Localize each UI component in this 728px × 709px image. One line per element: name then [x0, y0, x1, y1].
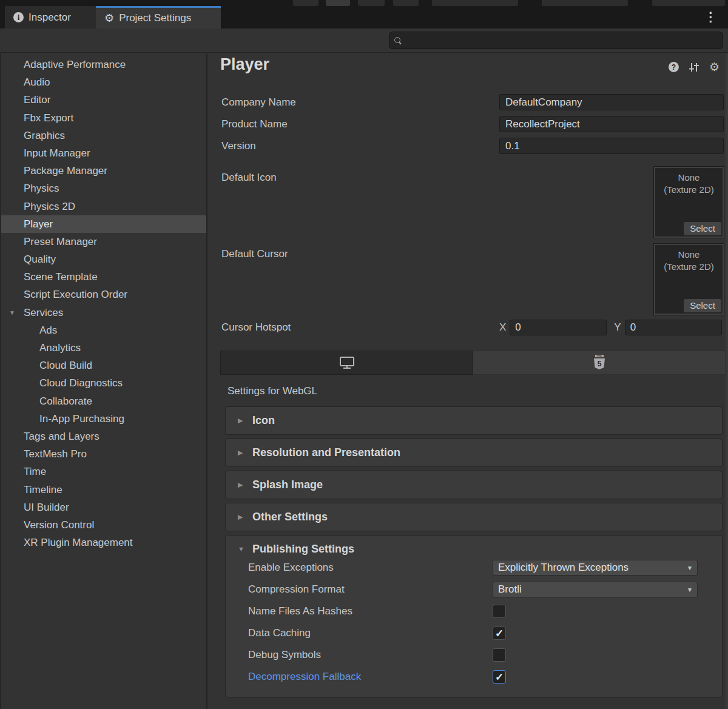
- sidebar-item-cloud-diagnostics[interactable]: Cloud Diagnostics: [1, 374, 206, 392]
- checkbox-decompression-fallback[interactable]: [493, 670, 506, 684]
- texture-type-label: (Texture 2D): [655, 184, 723, 196]
- publishing-settings-rows: Enable ExceptionsExplicitly Thrown Excep…: [226, 559, 722, 697]
- search-box[interactable]: [389, 32, 723, 49]
- tab-inspector[interactable]: i Inspector: [5, 6, 96, 29]
- settings-sidebar: Adaptive PerformanceAudioEditorFbx Expor…: [0, 53, 206, 709]
- sidebar-item-label: Timeline: [24, 484, 62, 496]
- section-title: Publishing Settings: [252, 543, 354, 556]
- section-header-resolution-and-presentation[interactable]: ▶Resolution and Presentation: [226, 439, 722, 466]
- cropped-toolbar-button: [652, 0, 725, 6]
- sidebar-item-label: Tags and Layers: [24, 431, 99, 442]
- sidebar-item-label: In-App Purchasing: [39, 413, 124, 425]
- select-texture-button[interactable]: Select: [684, 299, 721, 312]
- sidebar-item-scene-template[interactable]: Scene Template: [1, 268, 206, 286]
- sidebar-item-label: Analytics: [39, 342, 81, 354]
- sidebar-item-audio[interactable]: Audio: [1, 73, 206, 91]
- foldout-collapsed-icon: ▶: [238, 417, 252, 425]
- sidebar-item-preset-manager[interactable]: Preset Manager: [1, 233, 206, 250]
- platform-tab-webgl[interactable]: HTML 5: [473, 351, 726, 375]
- sidebar-item-input-manager[interactable]: Input Manager: [1, 144, 206, 162]
- gear-icon[interactable]: ⚙: [709, 61, 720, 73]
- section-title: Other Settings: [252, 511, 328, 523]
- sidebar-item-label: Package Manager: [24, 165, 107, 176]
- sidebar-item-services[interactable]: ▼Services: [1, 304, 206, 321]
- cursor-hotspot-label: Cursor Hotspot: [221, 321, 499, 334]
- sidebar-item-fbx-export[interactable]: Fbx Export: [1, 109, 206, 127]
- tab-project-settings[interactable]: ⚙ Project Settings: [96, 6, 221, 29]
- dropdown-enable-exceptions[interactable]: Explicitly Thrown Exceptions▼: [493, 560, 698, 576]
- svg-text:5: 5: [597, 360, 601, 368]
- sidebar-item-quality[interactable]: Quality: [1, 250, 206, 268]
- panel-header-icons: ? ⚙: [669, 61, 720, 73]
- field-input-company-name[interactable]: DefaultCompany: [499, 94, 724, 110]
- sidebar-item-editor[interactable]: Editor: [1, 91, 206, 109]
- default-cursor-texture-well[interactable]: None (Texture 2D) Select: [654, 244, 724, 315]
- sidebar-item-label: XR Plugin Management: [24, 537, 133, 548]
- help-icon[interactable]: ?: [669, 62, 679, 72]
- identity-fields: Company NameDefaultCompanyProduct NameRe…: [221, 94, 724, 160]
- monitor-icon: [339, 356, 356, 369]
- sidebar-item-label: Player: [24, 218, 53, 230]
- sidebar-item-label: Quality: [24, 254, 56, 265]
- sidebar-item-script-execution-order[interactable]: Script Execution Order: [1, 286, 206, 303]
- default-cursor-label: Default Cursor: [221, 248, 288, 260]
- sidebar-item-physics[interactable]: Physics: [1, 180, 206, 197]
- sidebar-item-ads[interactable]: Ads: [1, 321, 206, 339]
- checkbox-data-caching[interactable]: [493, 627, 506, 640]
- field-input-product-name[interactable]: RecollectProject: [499, 116, 724, 132]
- sidebar-item-graphics[interactable]: Graphics: [1, 127, 206, 144]
- sidebar-item-label: Version Control: [24, 519, 94, 531]
- section-header-icon[interactable]: ▶Icon: [226, 407, 722, 434]
- checkbox-name-files-as-hashes[interactable]: [493, 605, 506, 618]
- expander-icon[interactable]: ▼: [9, 304, 15, 321]
- hotspot-x-label: X: [499, 321, 506, 334]
- window-menu-kebab-icon[interactable]: ⋮: [704, 10, 717, 24]
- hotspot-y-field[interactable]: 0: [625, 320, 722, 335]
- section-header-publishing-settings[interactable]: ▼Publishing Settings: [226, 536, 722, 559]
- chevron-down-icon: ▼: [687, 583, 693, 597]
- setting-label: Data Caching: [226, 627, 493, 639]
- window-tab-bar: i Inspector ⚙ Project Settings ⋮: [0, 6, 728, 29]
- sidebar-item-tags-and-layers[interactable]: Tags and Layers: [1, 428, 206, 445]
- field-input-version[interactable]: 0.1: [499, 138, 724, 154]
- sidebar-item-xr-plugin-management[interactable]: XR Plugin Management: [1, 534, 206, 551]
- sidebar-item-version-control[interactable]: Version Control: [1, 516, 206, 534]
- player-settings-panel: Player ? ⚙ Company NameDefaultCompanyPro…: [207, 53, 728, 709]
- sidebar-item-timeline[interactable]: Timeline: [1, 481, 206, 499]
- sidebar-item-collaborate[interactable]: Collaborate: [1, 392, 206, 410]
- texture-none-label: None: [655, 249, 723, 261]
- field-row-product-name: Product NameRecollectProject: [221, 116, 724, 132]
- platform-tab-standalone[interactable]: [220, 351, 473, 375]
- select-texture-button[interactable]: Select: [684, 222, 721, 235]
- sidebar-item-physics-2d[interactable]: Physics 2D: [1, 198, 206, 215]
- vertical-scrollbar[interactable]: [726, 53, 728, 709]
- sidebar-item-adaptive-performance[interactable]: Adaptive Performance: [1, 56, 206, 73]
- hotspot-x-field[interactable]: 0: [510, 320, 607, 335]
- settings-toolbar: [0, 29, 728, 53]
- search-input[interactable]: [405, 35, 718, 45]
- sidebar-item-ui-builder[interactable]: UI Builder: [1, 499, 206, 516]
- sidebar-item-in-app-purchasing[interactable]: In-App Purchasing: [1, 410, 206, 428]
- sidebar-item-package-manager[interactable]: Package Manager: [1, 162, 206, 180]
- sidebar-item-textmesh-pro[interactable]: TextMesh Pro: [1, 445, 206, 463]
- settings-sections: ▶Icon▶Resolution and Presentation▶Splash…: [225, 406, 723, 701]
- cropped-toolbar-button: [542, 0, 628, 6]
- settings-category-list: Adaptive PerformanceAudioEditorFbx Expor…: [1, 56, 206, 551]
- sidebar-item-label: Editor: [24, 94, 50, 106]
- section-header-other-settings[interactable]: ▶Other Settings: [226, 503, 722, 531]
- section-header-splash-image[interactable]: ▶Splash Image: [226, 471, 722, 499]
- checkbox-debug-symbols[interactable]: [493, 648, 506, 662]
- dropdown-compression-format[interactable]: Brotli▼: [493, 582, 698, 597]
- sidebar-item-cloud-build[interactable]: Cloud Build: [1, 357, 206, 374]
- default-icon-texture-well[interactable]: None (Texture 2D) Select: [654, 167, 724, 238]
- setting-label: Decompression Fallback: [226, 671, 493, 683]
- setting-label: Debug Symbols: [226, 649, 493, 661]
- cropped-toolbar-button: [393, 0, 419, 6]
- foldout-collapsed-icon: ▶: [238, 481, 252, 489]
- platform-tab-bar: HTML 5: [220, 351, 726, 375]
- sidebar-item-label: Adaptive Performance: [24, 59, 126, 70]
- sidebar-item-analytics[interactable]: Analytics: [1, 339, 206, 357]
- preset-sliders-icon[interactable]: [689, 62, 699, 72]
- sidebar-item-time[interactable]: Time: [1, 463, 206, 480]
- sidebar-item-player[interactable]: Player: [1, 215, 206, 233]
